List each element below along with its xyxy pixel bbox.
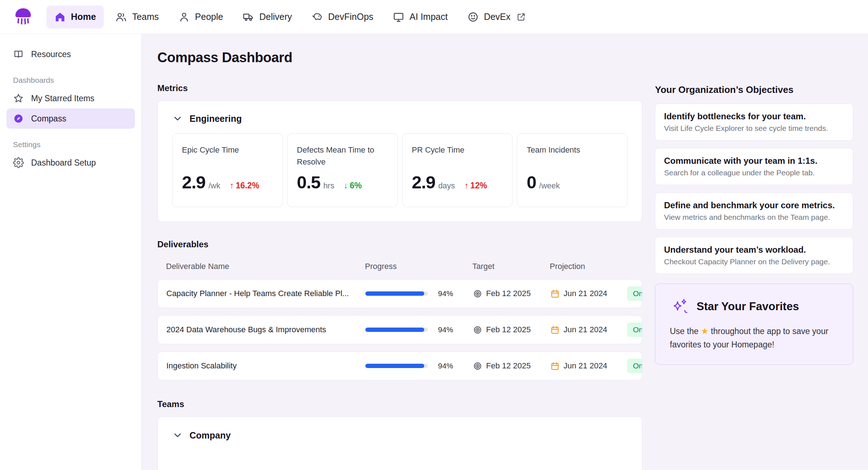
nav-item-devfinops[interactable]: DevFinOps [303, 5, 381, 29]
nav-label: Delivery [259, 12, 292, 22]
metric-unit: hrs [323, 181, 335, 191]
star-icon: ★ [701, 326, 709, 336]
objective-title: Identify bottlenecks for your team. [664, 111, 844, 121]
person-icon [178, 11, 190, 23]
gear-icon [13, 157, 24, 168]
objective-card: Identify bottlenecks for your team. Visi… [655, 103, 853, 141]
column-header-target: Target [453, 262, 550, 271]
sidebar: Resources Dashboards My Starred Items Co… [0, 34, 142, 470]
objective-card: Understand your team’s workload. Checkou… [655, 237, 853, 274]
sidebar-item-label: My Starred Items [31, 94, 94, 103]
deliverable-name: Capacity Planner - Help Teams Create Rel… [166, 289, 365, 298]
metric-unit: days [438, 181, 455, 191]
chevron-down-icon [172, 430, 183, 441]
jellyfish-logo[interactable] [12, 5, 35, 29]
target-cell: Feb 12 2025 [453, 289, 550, 299]
trend-up-icon: ↑ [230, 181, 234, 191]
metric-value: 0.5 [297, 172, 320, 192]
engineering-group-toggle[interactable]: Engineering [172, 113, 627, 124]
metric-label: Defects Mean Time to Resolve [297, 144, 388, 169]
status-badge: On Track [627, 322, 642, 337]
sidebar-item-dashboard-setup[interactable]: Dashboard Setup [7, 153, 135, 173]
chevron-down-icon [172, 113, 183, 124]
monitor-icon [393, 11, 404, 23]
deliverable-name: Ingestion Scalability [166, 361, 365, 371]
book-icon [13, 49, 24, 60]
sidebar-item-starred[interactable]: My Starred Items [7, 88, 135, 108]
target-icon [473, 361, 482, 371]
nav-item-teams[interactable]: Teams [107, 5, 167, 29]
column-header-name: Deliverable Name [166, 262, 365, 271]
table-row[interactable]: Capacity Planner - Help Teams Create Rel… [157, 279, 642, 308]
objective-title: Communicate with your team in 1:1s. [664, 156, 844, 166]
progress-bar-fill [365, 364, 424, 368]
nav-label: DevEx [484, 12, 511, 22]
nav-item-people[interactable]: People [170, 5, 231, 29]
star-icon [13, 93, 24, 104]
nav-label: AI Impact [409, 12, 448, 22]
metric-value: 2.9 [182, 172, 205, 192]
top-nav: Home Teams People Delivery DevFinOps AI … [0, 0, 868, 34]
home-icon [54, 11, 66, 23]
sidebar-item-resources[interactable]: Resources [7, 44, 135, 64]
objective-subtitle: Checkout Capacity Planner on the Deliver… [664, 257, 844, 266]
metric-cards-row: Epic Cycle Time 2.9 /wk ↑ 16.2% [172, 133, 627, 207]
metric-delta: ↑ 12% [464, 181, 487, 191]
deliverables-table-header: Deliverable Name Progress Target Project… [157, 262, 642, 271]
nav-item-ai-impact[interactable]: AI Impact [385, 5, 456, 29]
smiley-icon [467, 11, 479, 23]
progress-percent: 94% [428, 289, 453, 298]
truck-icon [243, 11, 254, 23]
objectives-heading: Your Organization’s Objectives [655, 84, 853, 95]
objective-card: Define and benchmark your core metrics. … [655, 192, 853, 230]
external-link-icon [516, 12, 526, 22]
trend-up-icon: ↑ [464, 181, 469, 191]
metric-label: Epic Cycle Time [182, 144, 273, 169]
target-cell: Feb 12 2025 [453, 361, 550, 371]
star-favorites-card: Star Your Favorites Use the ★ throughout… [655, 283, 853, 365]
metric-delta: ↑ 16.2% [230, 181, 259, 191]
sparkle-stars-icon [670, 297, 689, 316]
status-badge: On Track [627, 286, 642, 301]
table-row[interactable]: 2024 Data Warehouse Bugs & Improvements … [157, 315, 642, 344]
favorites-body: Use the ★ throughout the app to save you… [670, 324, 838, 351]
nav-item-delivery[interactable]: Delivery [235, 5, 300, 29]
progress-percent: 94% [428, 325, 453, 334]
nav-item-home[interactable]: Home [46, 5, 104, 29]
status-cell: On Track [627, 322, 642, 337]
table-row[interactable]: Ingestion Scalability 94% Feb 12 2025 Ju… [157, 351, 642, 380]
metrics-heading: Metrics [157, 83, 642, 93]
progress-percent: 94% [428, 362, 453, 370]
nav-label: Teams [132, 12, 159, 22]
status-badge: On Track [627, 359, 642, 373]
favorites-title: Star Your Favorites [697, 300, 799, 313]
nav-label: Home [71, 12, 96, 22]
progress-bar [365, 328, 428, 332]
calendar-icon [550, 361, 560, 371]
sidebar-section-dashboards: Dashboards [7, 72, 135, 88]
sidebar-item-compass[interactable]: Compass [7, 108, 135, 129]
metric-delta: ↓ 6% [344, 181, 362, 191]
nav-item-devex[interactable]: DevEx [459, 5, 534, 29]
page-title: Compass Dashboard [157, 50, 642, 65]
objective-subtitle: View metrics and benchmarks on the Team … [664, 213, 844, 222]
sidebar-item-label: Resources [31, 50, 71, 59]
projection-cell: Jun 21 2024 [550, 325, 627, 335]
teams-panel: Company [157, 416, 642, 470]
progress-bar-fill [365, 291, 424, 296]
group-label: Company [190, 430, 231, 441]
objective-title: Understand your team’s workload. [664, 245, 844, 255]
trend-down-icon: ↓ [344, 181, 348, 191]
column-header-projection: Projection [550, 262, 627, 271]
metric-value: 0 [527, 172, 536, 192]
group-label: Engineering [190, 114, 242, 124]
column-header-progress: Progress [365, 262, 453, 271]
projection-cell: Jun 21 2024 [550, 361, 627, 371]
company-group-toggle[interactable]: Company [172, 430, 627, 441]
metric-unit: /wk [208, 181, 220, 191]
compass-icon [13, 113, 24, 124]
progress-bar-fill [365, 328, 424, 332]
nav-label: DevFinOps [328, 12, 373, 22]
nav-label: People [195, 12, 223, 22]
metric-card-epic-cycle-time: Epic Cycle Time 2.9 /wk ↑ 16.2% [172, 133, 283, 207]
